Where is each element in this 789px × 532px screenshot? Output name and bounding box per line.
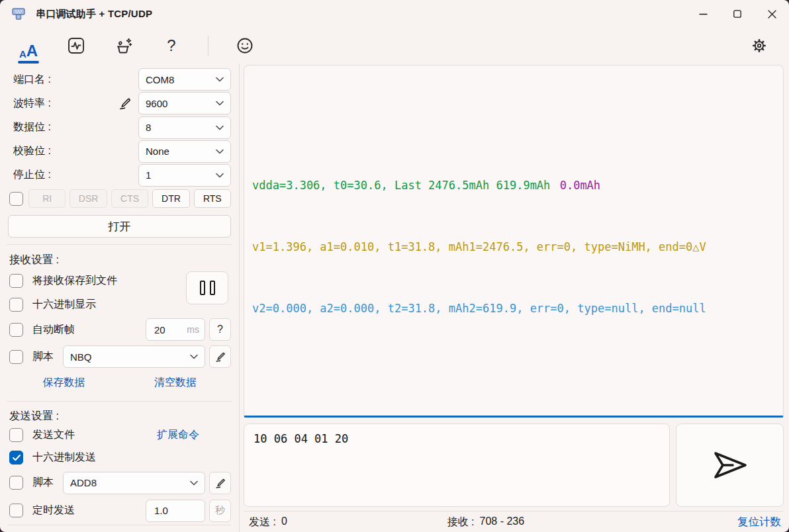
ri-indicator: RI bbox=[28, 189, 66, 208]
receive-script-row: 脚本 NBQ bbox=[8, 343, 231, 371]
save-data-link[interactable]: 保存数据 bbox=[42, 376, 85, 390]
settings-gear-icon[interactable] bbox=[748, 32, 770, 59]
titlebar: 串口调试助手 + TCP/UDP bbox=[0, 0, 789, 28]
baud-rate-row: 波特率 : 9600 bbox=[8, 91, 231, 115]
chevron-down-icon bbox=[216, 149, 224, 154]
signal-checkbox[interactable] bbox=[9, 192, 23, 206]
hex-send-row: 十六进制发送 bbox=[8, 447, 231, 469]
dsr-indicator: DSR bbox=[70, 189, 107, 208]
received-counter: 接收 : 708 - 236 bbox=[447, 515, 525, 529]
parity-label: 校验位 : bbox=[8, 144, 51, 158]
receive-settings-section: 接收设置 : 将接收保存到文件 十六进制显示 自动断帧 bbox=[8, 251, 231, 394]
auto-frame-row: 自动断帧 20 ms ? bbox=[8, 316, 231, 343]
send-input[interactable]: 10 06 04 01 20 bbox=[244, 423, 670, 507]
send-interval-input[interactable]: 1.0 bbox=[146, 500, 205, 522]
port-name-select[interactable]: COM8 bbox=[138, 68, 231, 91]
sidebar: 端口名 : COM8 波特率 : bbox=[0, 64, 240, 532]
extended-command-link[interactable]: 扩展命令 bbox=[157, 428, 199, 442]
serial-connector-icon bbox=[11, 7, 26, 21]
active-tab-indicator bbox=[18, 61, 39, 64]
parity-row: 校验位 : None bbox=[8, 140, 231, 163]
timed-send-checkbox[interactable] bbox=[9, 504, 23, 517]
vdda-line: vdda=3.306, t0=30.6, Last 2476.5mAh 619.… bbox=[252, 179, 550, 192]
app-window: 串口调试助手 + TCP/UDP AA bbox=[0, 0, 789, 532]
chevron-down-icon bbox=[216, 101, 224, 106]
baud-rate-label: 波特率 : bbox=[8, 97, 51, 111]
toolbar-divider bbox=[208, 36, 209, 56]
hex-send-checkbox[interactable] bbox=[9, 451, 23, 465]
help-icon[interactable]: ? bbox=[160, 32, 183, 59]
send-file-checkbox[interactable] bbox=[9, 428, 23, 442]
send-plane-icon bbox=[710, 448, 751, 482]
receive-script-checkbox[interactable] bbox=[9, 350, 23, 364]
chevron-down-icon bbox=[190, 354, 198, 359]
sidebar-footer-divider bbox=[8, 525, 231, 529]
seconds-unit-label: 秒 bbox=[209, 500, 231, 522]
open-port-button[interactable]: 打开 bbox=[8, 215, 231, 238]
data-bits-select[interactable]: 8 bbox=[138, 116, 231, 139]
cts-indicator: CTS bbox=[111, 189, 148, 208]
maximize-button[interactable] bbox=[720, 0, 755, 28]
pause-icon bbox=[200, 281, 205, 295]
main-area: vdda=3.306, t0=30.6, Last 2476.5mAh 619.… bbox=[240, 64, 789, 532]
pen-icon bbox=[214, 476, 227, 490]
send-script-select[interactable]: ADD8 bbox=[63, 472, 205, 494]
section-divider bbox=[7, 401, 232, 402]
check-icon bbox=[12, 453, 21, 462]
reset-counter-link[interactable]: 复位计数 bbox=[737, 515, 781, 529]
send-button[interactable] bbox=[676, 423, 784, 507]
dtr-button[interactable]: DTR bbox=[152, 189, 189, 208]
receive-script-select[interactable]: NBQ bbox=[63, 345, 205, 368]
chevron-down-icon bbox=[216, 125, 224, 130]
save-to-file-checkbox[interactable] bbox=[9, 274, 23, 288]
clear-data-link[interactable]: 清空数据 bbox=[154, 376, 197, 390]
data-bits-label: 数据位 : bbox=[8, 120, 51, 134]
send-file-row: 发送文件 扩展命令 bbox=[8, 424, 231, 447]
stop-bits-label: 停止位 : bbox=[8, 168, 51, 182]
auto-frame-checkbox[interactable] bbox=[9, 323, 23, 337]
chevron-down-icon bbox=[190, 480, 198, 486]
send-script-checkbox[interactable] bbox=[9, 476, 23, 490]
section-divider bbox=[7, 244, 232, 245]
ms-unit-label: ms bbox=[187, 324, 199, 335]
data-links-row: 保存数据 清空数据 bbox=[8, 371, 231, 394]
close-button[interactable] bbox=[755, 0, 789, 28]
smiley-icon[interactable] bbox=[234, 32, 256, 59]
send-script-edit-button[interactable] bbox=[209, 472, 231, 494]
send-row: 10 06 04 01 20 bbox=[244, 423, 784, 507]
hex-display-checkbox[interactable] bbox=[9, 298, 23, 312]
signal-row: RI DSR CTS DTR RTS bbox=[8, 189, 231, 209]
port-name-label: 端口名 : bbox=[8, 73, 51, 87]
baud-rate-select[interactable]: 9600 bbox=[138, 92, 231, 114]
receive-script-edit-button[interactable] bbox=[209, 345, 231, 368]
toolbar: AA ? bbox=[0, 28, 789, 64]
vdda-tail: 0.0mAh bbox=[560, 179, 600, 192]
stop-bits-select[interactable]: 1 bbox=[138, 164, 231, 187]
pen-icon bbox=[214, 350, 227, 363]
chevron-down-icon bbox=[216, 77, 224, 82]
receive-group: vdda=3.306, t0=30.6, Last 2476.5mAh 619.… bbox=[252, 134, 775, 360]
magic-box-icon[interactable] bbox=[113, 32, 135, 59]
channel1-line: v1=1.396, a1=0.010, t1=31.8, mAh1=2476.5… bbox=[252, 237, 775, 257]
send-settings-header: 发送设置 : bbox=[8, 408, 231, 424]
parity-select[interactable]: None bbox=[138, 140, 231, 163]
waveform-view-icon[interactable] bbox=[65, 32, 87, 59]
port-name-row: 端口名 : COM8 bbox=[8, 67, 231, 91]
chevron-down-icon bbox=[216, 173, 224, 178]
receive-settings-header: 接收设置 : bbox=[8, 251, 231, 269]
send-script-row: 脚本 ADD8 bbox=[8, 469, 231, 497]
window-title: 串口调试助手 + TCP/UDP bbox=[36, 8, 152, 21]
rts-button[interactable]: RTS bbox=[194, 189, 231, 208]
statusbar: 发送 : 0 接收 : 708 - 236 复位计数 bbox=[244, 511, 784, 532]
frame-interval-input[interactable]: 20 ms bbox=[146, 318, 205, 341]
frame-help-button[interactable]: ? bbox=[209, 318, 231, 341]
pause-button[interactable] bbox=[186, 271, 228, 304]
minimize-button[interactable] bbox=[686, 0, 720, 28]
stop-bits-row: 停止位 : 1 bbox=[8, 163, 231, 187]
baud-edit-pen-icon[interactable] bbox=[117, 95, 133, 111]
text-view-icon[interactable]: AA bbox=[17, 32, 40, 59]
timed-send-row: 定时发送 1.0 秒 bbox=[8, 497, 231, 525]
data-bits-row: 数据位 : 8 bbox=[8, 115, 231, 139]
receive-data-area[interactable]: vdda=3.306, t0=30.6, Last 2476.5mAh 619.… bbox=[244, 65, 784, 418]
sent-counter: 发送 : 0 bbox=[249, 515, 287, 529]
